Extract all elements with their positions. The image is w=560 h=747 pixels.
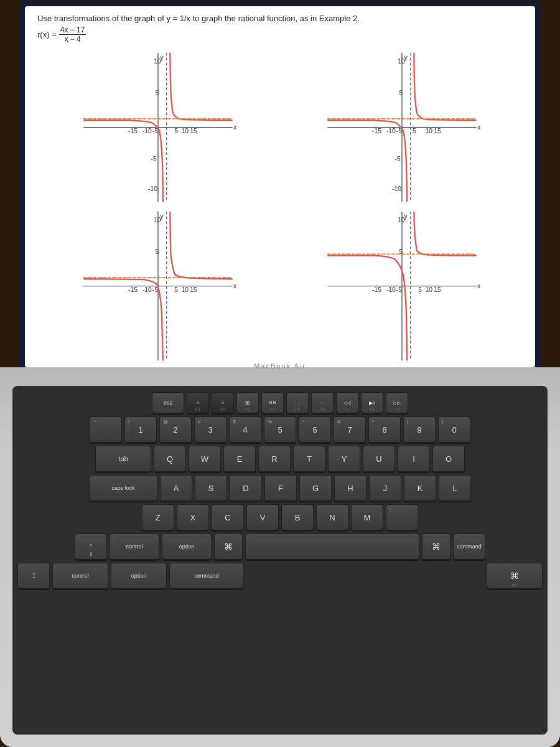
key-c[interactable]: C — [212, 504, 244, 530]
f9-icon: ▷▷ — [393, 400, 401, 406]
key-x[interactable]: X — [177, 504, 209, 530]
exclaim-top: ! — [128, 419, 129, 425]
key-j[interactable]: J — [369, 475, 401, 501]
key-command-right-bottom[interactable]: ⌘ co — [487, 563, 543, 589]
svg-text:x: x — [233, 124, 237, 131]
key-9-label: 9 — [417, 425, 421, 435]
key-g[interactable]: G — [299, 475, 332, 501]
graph-svg-3: -15 -10 -5 5 10 15 x 10 5 y — [37, 208, 279, 364]
f4-icon: ⠿⠿ — [269, 400, 276, 406]
key-0-label: 0 — [452, 425, 456, 435]
key-tilde[interactable]: ~ ` — [90, 416, 122, 443]
svg-text:-10: -10 — [142, 286, 152, 293]
z-label: Z — [156, 513, 161, 522]
key-cmd-right[interactable]: ⌘ — [422, 533, 450, 560]
key-control[interactable]: control — [110, 533, 159, 560]
key-l[interactable]: L — [439, 475, 471, 501]
svg-text:y: y — [160, 54, 164, 61]
modifier-row: ꕯ control option command ⌘ co — [17, 563, 543, 589]
svg-text:5: 5 — [174, 127, 178, 134]
u-label: U — [376, 454, 381, 464]
key-f[interactable]: F — [264, 475, 297, 501]
key-cmd-left-icon[interactable]: ⌘ — [214, 533, 243, 560]
key-y[interactable]: Y — [328, 446, 360, 472]
key-esc[interactable]: esc — [152, 392, 184, 413]
key-5[interactable]: % 5 — [264, 416, 296, 443]
key-4[interactable]: $ 4 — [229, 416, 261, 443]
f3-label: F3 — [245, 407, 250, 411]
key-f5[interactable]: ⋯ F5 — [286, 392, 309, 413]
key-w[interactable]: W — [189, 446, 221, 472]
key-tab[interactable]: tab — [95, 446, 151, 472]
key-v[interactable]: V — [246, 504, 279, 530]
key-7[interactable]: & 7 — [334, 416, 366, 443]
up-arrow-icon: ^ — [90, 543, 93, 550]
f5-label: F5 — [295, 407, 300, 411]
key-u[interactable]: U — [363, 446, 395, 472]
key-e[interactable]: E — [223, 446, 256, 472]
a-label: A — [174, 484, 179, 493]
key-s[interactable]: S — [195, 475, 227, 501]
key-option[interactable]: option — [162, 533, 212, 560]
svg-text:5: 5 — [155, 90, 159, 96]
graph-svg-2: -15 -10 -5 5 10 15 x 10 5 -5 -10 y — [281, 49, 523, 205]
key-9[interactable]: ( 9 — [403, 416, 436, 443]
function-label: r(x) = — [37, 30, 57, 39]
key-f1[interactable]: ✦ F1 — [187, 392, 209, 413]
key-less[interactable]: < — [386, 504, 418, 530]
keyboard-area: esc ✦ F1 ✦ F2 ⊞ F3 ⠿⠿ F4 ⋯ F5 ⋯ F6 ◁◁ F7 — [12, 386, 548, 735]
key-z[interactable]: Z — [142, 504, 174, 530]
tilde-top: ~ — [93, 419, 96, 425]
key-3[interactable]: # 3 — [194, 416, 226, 443]
f7-icon: ◁◁ — [343, 400, 351, 406]
key-h[interactable]: H — [334, 475, 366, 501]
key-o[interactable]: O — [432, 446, 465, 472]
h-label: H — [347, 484, 353, 493]
key-option-bottom[interactable]: option — [111, 563, 167, 589]
key-1[interactable]: ! 1 — [124, 416, 157, 443]
f2-icon: ✦ — [221, 400, 225, 406]
key-f8[interactable]: ▶II F8 — [361, 392, 383, 413]
key-up-arrow[interactable]: ^ ⇧ — [75, 533, 107, 560]
capslock-label: caps lock — [111, 485, 135, 491]
key-f7[interactable]: ◁◁ F7 — [336, 392, 358, 413]
key-command-bottom[interactable]: command — [169, 563, 244, 589]
command-text-right: command — [457, 543, 482, 550]
key-capslock[interactable]: caps lock — [89, 475, 157, 501]
key-q[interactable]: Q — [154, 446, 186, 472]
key-8[interactable]: * 8 — [368, 416, 401, 443]
spacer — [246, 563, 484, 589]
key-5-label: 5 — [278, 425, 282, 435]
lparen-top: ( — [407, 419, 409, 425]
key-f2[interactable]: ✦ F2 — [212, 392, 234, 413]
key-b[interactable]: B — [281, 504, 314, 530]
key-r[interactable]: R — [258, 446, 291, 472]
svg-text:5: 5 — [413, 127, 416, 134]
star-top: * — [372, 419, 374, 425]
key-2[interactable]: @ 2 — [159, 416, 192, 443]
key-t[interactable]: T — [293, 446, 325, 472]
key-f9[interactable]: ▷▷ F9 — [386, 392, 408, 413]
svg-text:5: 5 — [155, 248, 159, 255]
fn-key-row: esc ✦ F1 ✦ F2 ⊞ F3 ⠿⠿ F4 ⋯ F5 ⋯ F6 ◁◁ F7 — [17, 392, 543, 413]
graph-top-left: -15 -10 -5 5 10 15 x 10 5 -5 -10 y — [37, 49, 279, 205]
key-f6[interactable]: ⋯ F6 — [311, 392, 334, 413]
svg-text:15: 15 — [434, 127, 441, 134]
key-f3[interactable]: ⊞ F3 — [236, 392, 259, 413]
key-space[interactable] — [245, 533, 419, 560]
cmd-right-bottom: ⌘ — [510, 571, 519, 581]
key-f4[interactable]: ⠿⠿ F4 — [261, 392, 284, 413]
key-fn-bottom[interactable]: ꕯ — [17, 563, 50, 589]
key-n[interactable]: N — [316, 504, 348, 530]
key-cmd-right-label[interactable]: command — [453, 533, 485, 560]
key-a[interactable]: A — [160, 475, 192, 501]
key-d[interactable]: D — [230, 475, 262, 501]
key-m[interactable]: M — [351, 504, 383, 530]
key-i[interactable]: I — [398, 446, 430, 472]
key-control-bottom[interactable]: control — [52, 563, 108, 589]
amp-top: & — [337, 419, 340, 425]
key-6[interactable]: ^ 6 — [299, 416, 331, 443]
cmd-symbol-right: ⌘ — [432, 542, 441, 552]
key-k[interactable]: K — [404, 475, 436, 501]
key-0[interactable]: ) 0 — [438, 416, 470, 443]
